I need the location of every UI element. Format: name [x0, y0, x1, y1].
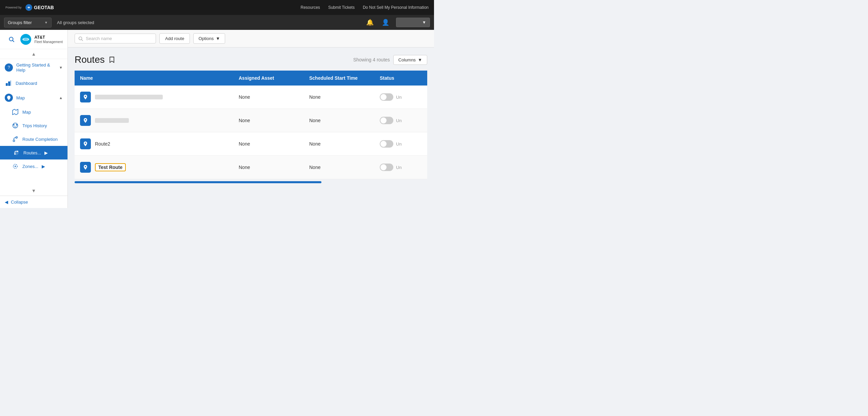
user-dropdown-arrow-icon: ▼	[422, 20, 426, 25]
route-pin-icon	[80, 138, 91, 149]
groups-filter-button[interactable]: Groups filter ▼	[4, 18, 52, 27]
sidebar-item-getting-started-label: Getting Started & Help	[16, 62, 56, 73]
sidebar-header: AT&T Fleet Management	[0, 30, 67, 49]
sidebar-item-getting-started[interactable]: ? Getting Started & Help ▼	[0, 59, 67, 76]
columns-label: Columns	[398, 57, 416, 62]
sidebar-item-routes-label: Routes...	[23, 150, 41, 155]
route-name-wrapper: Route2	[80, 138, 228, 149]
row4-status-text: Un	[396, 165, 402, 170]
search-input[interactable]	[86, 36, 147, 41]
sidebar-brand-info: AT&T Fleet Management	[35, 35, 63, 43]
sidebar-item-route-completion[interactable]: Route Completion	[0, 132, 67, 146]
routes-icon	[13, 149, 20, 156]
user-dropdown-button[interactable]: ▼	[396, 18, 430, 27]
sidebar-nav: ? Getting Started & Help ▼ Dashboard	[0, 59, 67, 186]
routes-header: Routes Showing 4 routes Columns ▼	[75, 54, 427, 65]
add-route-button[interactable]: Add route	[159, 33, 190, 44]
content-toolbar: Add route Options ▼	[68, 30, 434, 48]
svg-point-21	[15, 166, 16, 167]
submit-tickets-link[interactable]: Submit Tickets	[328, 5, 355, 10]
notification-bell-icon[interactable]: 🔔	[365, 17, 375, 27]
sidebar-search-icon[interactable]	[6, 34, 17, 45]
row2-toggle[interactable]	[380, 117, 393, 124]
dashboard-icon	[5, 79, 12, 87]
trips-history-icon	[12, 122, 19, 129]
search-icon	[78, 36, 83, 41]
row1-status-text: Un	[396, 95, 402, 100]
user-profile-icon[interactable]: 👤	[380, 17, 391, 27]
sidebar-item-map[interactable]: Map	[0, 105, 67, 119]
options-button[interactable]: Options ▼	[193, 33, 225, 44]
getting-started-arrow-icon: ▼	[59, 65, 63, 70]
row4-asset: None	[233, 156, 304, 179]
topbar-left: Powered by GEOTAB	[5, 4, 62, 11]
scroll-up-icon[interactable]: ▲	[29, 51, 39, 57]
row4-name-cell: Test Route	[75, 156, 233, 179]
topbar-right: Resources Submit Tickets Do Not Sell My …	[301, 5, 429, 10]
sidebar-collapse-button[interactable]: ◀ Collapse	[0, 196, 67, 208]
scroll-down-icon[interactable]: ▼	[29, 187, 39, 194]
routes-showing-text: Showing 4 routes	[353, 57, 390, 62]
col-scheduled-start: Scheduled Start Time	[304, 71, 374, 86]
row2-start-time: None	[304, 109, 374, 132]
svg-point-15	[13, 140, 15, 142]
routes-arrow-icon: ▶	[44, 150, 48, 155]
search-input-wrapper[interactable]	[75, 34, 156, 43]
sidebar-scroll-down: ▼	[0, 186, 67, 196]
row1-toggle[interactable]	[380, 93, 393, 101]
routes-table: Name Assigned Asset Scheduled Start Time…	[75, 71, 427, 179]
col-name: Name	[75, 71, 233, 86]
table-header: Name Assigned Asset Scheduled Start Time…	[75, 71, 427, 86]
table-row: None None Un	[75, 109, 427, 132]
zones-icon	[12, 163, 19, 170]
row3-toggle[interactable]	[380, 140, 393, 148]
row2-status-cell: Un	[380, 117, 422, 124]
options-label: Options	[198, 36, 214, 41]
row1-start-time: None	[304, 86, 374, 109]
svg-point-19	[17, 151, 18, 152]
columns-button[interactable]: Columns ▼	[393, 55, 427, 65]
svg-text:GEOTAB: GEOTAB	[34, 5, 54, 10]
row4-status: Un	[374, 156, 427, 179]
row1-status-cell: Un	[380, 93, 422, 101]
svg-point-13	[13, 124, 15, 126]
powered-by-text: Powered by	[5, 6, 22, 10]
geotab-wordmark: GEOTAB	[25, 4, 62, 11]
row1-name-cell	[75, 86, 233, 109]
row1-asset: None	[233, 86, 304, 109]
row2-status: Un	[374, 109, 427, 132]
row3-start-time: None	[304, 132, 374, 156]
sidebar-item-map-parent-label: Map	[16, 95, 25, 100]
sidebar-item-zones[interactable]: Zones... ▶	[0, 159, 67, 173]
row4-start-time: None	[304, 156, 374, 179]
svg-point-14	[16, 124, 17, 126]
routes-content: Routes Showing 4 routes Columns ▼	[68, 48, 434, 208]
sidebar-item-routes[interactable]: Routes... ▶	[0, 146, 67, 159]
table-horizontal-scrollbar[interactable]	[75, 181, 321, 183]
row2-name-cell	[75, 109, 233, 132]
route-pin-icon	[80, 92, 91, 102]
row3-name-cell: Route2	[75, 132, 233, 156]
geotab-logo: Powered by GEOTAB	[5, 4, 62, 11]
route-completion-icon	[12, 135, 19, 143]
resources-link[interactable]: Resources	[301, 5, 320, 10]
row2-name-blurred	[95, 118, 129, 123]
row2-status-text: Un	[396, 118, 402, 123]
svg-rect-8	[8, 81, 10, 86]
topbar: Powered by GEOTAB Resources Submit Ticke…	[0, 0, 434, 15]
row4-status-cell: Un	[380, 164, 422, 171]
col-assigned-asset: Assigned Asset	[233, 71, 304, 86]
do-not-sell-link[interactable]: Do Not Sell My Personal Information	[363, 5, 429, 10]
svg-rect-9	[10, 80, 11, 86]
all-groups-selected-text: All groups selected	[57, 20, 359, 25]
route-pin-icon	[80, 115, 91, 126]
sidebar-item-map-parent[interactable]: Map ▲	[0, 90, 67, 105]
row4-toggle[interactable]	[380, 164, 393, 171]
sidebar-item-dashboard[interactable]: Dashboard	[0, 76, 67, 90]
svg-line-3	[13, 41, 14, 42]
sidebar-item-trips-history[interactable]: Trips History	[0, 119, 67, 132]
sidebar-brand-sub: Fleet Management	[35, 40, 63, 44]
options-arrow-icon: ▼	[216, 36, 220, 41]
route-name-wrapper: Test Route	[80, 162, 228, 173]
row3-status-text: Un	[396, 141, 402, 147]
